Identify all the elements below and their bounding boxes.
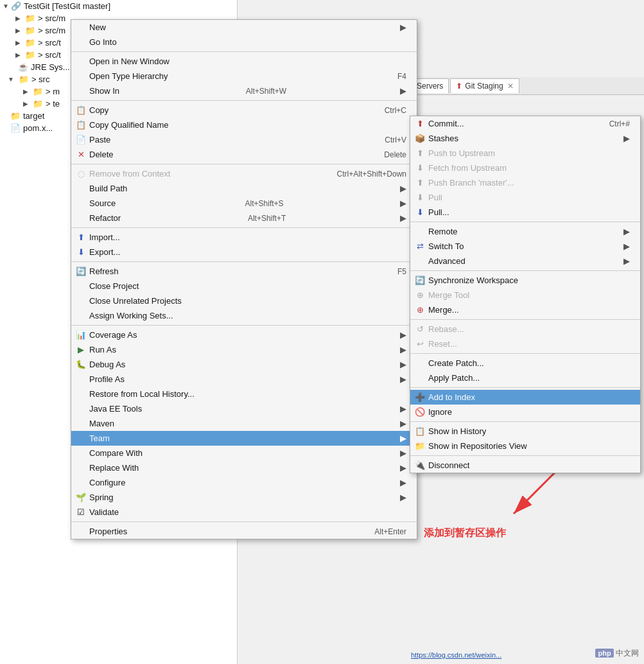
menu-item-configure[interactable]: Configure ▶: [71, 475, 417, 490]
sub-label-pull-nodialog: Pull: [428, 193, 442, 202]
folder-icon: 📁: [25, 13, 35, 23]
git-staging-label: Git Staging: [465, 82, 503, 91]
menu-item-copy[interactable]: 📋 Copy Ctrl+C: [71, 103, 417, 118]
git-staging-bar: Servers ⬆ Git Staging ✕: [411, 77, 644, 95]
cn-label: 中文网: [616, 649, 639, 658]
sub-label-push-upstream: Push to Upstream: [428, 148, 495, 158]
menu-item-new[interactable]: New ▶: [71, 20, 417, 35]
sub-menu-item-commit[interactable]: ⬆ Commit... Ctrl+#: [410, 116, 640, 131]
submenu-arrow: ▶: [387, 493, 406, 502]
menu-label-delete: Delete: [89, 150, 114, 159]
stashes-icon: 📦: [414, 133, 426, 144]
sub-menu-item-pull-nodialog[interactable]: ⬇ Pull: [410, 190, 640, 205]
menu-item-copy-qualified[interactable]: 📋 Copy Qualified Name: [71, 118, 417, 132]
menu-label-close-unrelated: Close Unrelated Projects: [89, 296, 182, 306]
menu-item-go-into[interactable]: Go Into: [71, 35, 417, 49]
sub-menu-item-show-history[interactable]: 📋 Show in History: [410, 424, 640, 439]
run-icon: ▶: [75, 344, 87, 356]
menu-item-refactor[interactable]: Refactor Alt+Shift+T ▶: [71, 211, 417, 225]
menu-item-java-ee-tools[interactable]: Java EE Tools ▶: [71, 401, 417, 416]
sub-menu-item-remote[interactable]: Remote ▶: [410, 224, 640, 239]
menu-item-open-type-hierarchy[interactable]: Open Type Hierarchy F4: [71, 69, 417, 83]
tree-root[interactable]: ▼ 🔗 TestGit [TestGit master]: [0, 0, 237, 12]
sub-menu-item-apply-patch[interactable]: Apply Patch...: [410, 371, 640, 385]
menu-item-properties[interactable]: Properties Alt+Enter: [71, 524, 417, 539]
menu-item-export[interactable]: ⬇ Export...: [71, 245, 417, 259]
menu-item-source[interactable]: Source Alt+Shift+S ▶: [71, 196, 417, 211]
arrow: ▶: [23, 100, 28, 107]
menu-item-paste[interactable]: 📄 Paste Ctrl+V: [71, 132, 417, 147]
menu-item-validate[interactable]: ☑ Validate: [71, 505, 417, 520]
sub-label-switch-to: Switch To: [428, 241, 464, 251]
sub-menu-item-switch-to[interactable]: ⇄ Switch To ▶: [410, 239, 640, 254]
menu-item-debug-as[interactable]: 🐛 Debug As ▶: [71, 357, 417, 372]
separator: [410, 387, 640, 388]
menu-label-remove-context: Remove from Context: [89, 169, 170, 179]
git-staging-tab[interactable]: ⬆ Git Staging ✕: [450, 78, 519, 93]
menu-label-copy-qualified: Copy Qualified Name: [89, 120, 169, 130]
menu-item-maven[interactable]: Maven ▶: [71, 416, 417, 431]
sub-menu-item-show-repos[interactable]: 📁 Show in Repositories View: [410, 439, 640, 453]
menu-label-restore-history: Restore from Local History...: [89, 389, 195, 399]
menu-item-compare-with[interactable]: Compare With ▶: [71, 446, 417, 460]
sub-menu-item-fetch-upstream[interactable]: ⬇ Fetch from Upstream: [410, 161, 640, 175]
menu-label-paste: Paste: [89, 135, 110, 144]
menu-item-run-as[interactable]: ▶ Run As ▶: [71, 342, 417, 357]
sub-menu-team: ⬆ Commit... Ctrl+# 📦 Stashes ▶ ⬆ Push to…: [410, 116, 641, 473]
sub-label-remote: Remote: [428, 227, 458, 236]
separator: [71, 261, 417, 262]
menu-item-import[interactable]: ⬆ Import...: [71, 230, 417, 245]
sub-menu-item-rebase[interactable]: ↺ Rebase...: [410, 322, 640, 336]
menu-item-build-path[interactable]: Build Path ▶: [71, 181, 417, 196]
sub-menu-item-disconnect[interactable]: 🔌 Disconnect: [410, 458, 640, 473]
menu-label-refactor: Refactor: [89, 213, 121, 223]
menu-item-profile-as[interactable]: Profile As ▶: [71, 372, 417, 387]
tree-root-label: TestGit [TestGit master]: [24, 1, 110, 11]
menu-item-open-new-window[interactable]: Open in New Window: [71, 54, 417, 69]
sub-menu-item-reset[interactable]: ↩ Reset...: [410, 336, 640, 351]
menu-label-profile-as: Profile As: [89, 374, 125, 384]
menu-item-replace-with[interactable]: Replace With ▶: [71, 460, 417, 475]
sub-menu-item-stashes[interactable]: 📦 Stashes ▶: [410, 131, 640, 146]
sub-label-merge-tool: Merge Tool: [428, 290, 469, 300]
menu-item-coverage-as[interactable]: 📊 Coverage As ▶: [71, 328, 417, 342]
sub-menu-item-push-upstream[interactable]: ⬆ Push to Upstream: [410, 146, 640, 161]
sub-label-merge: Merge...: [428, 305, 459, 315]
sub-menu-item-push-branch[interactable]: ⬆ Push Branch 'master'...: [410, 175, 640, 190]
menu-label-copy: Copy: [89, 105, 109, 115]
merge-tool-icon: ⊕: [414, 290, 426, 301]
php-badge: php: [595, 649, 613, 658]
pull-no-dialog-icon: ⬇: [414, 192, 426, 204]
menu-item-remove-context[interactable]: ◌ Remove from Context Ctrl+Alt+Shift+Dow…: [71, 166, 417, 181]
menu-item-assign-working[interactable]: Assign Working Sets...: [71, 308, 417, 323]
menu-item-close-project[interactable]: Close Project: [71, 279, 417, 293]
close-icon[interactable]: ✕: [507, 82, 514, 91]
menu-label-maven: Maven: [89, 419, 114, 428]
menu-item-refresh[interactable]: 🔄 Refresh F5: [71, 264, 417, 279]
sub-label-disconnect: Disconnect: [428, 460, 469, 470]
menu-item-spring[interactable]: 🌱 Spring ▶: [71, 490, 417, 505]
menu-item-team[interactable]: Team ▶: [71, 431, 417, 446]
folder-icon: 📁: [33, 87, 43, 96]
sub-label-create-patch: Create Patch...: [428, 358, 484, 368]
sub-menu-item-create-patch[interactable]: Create Patch...: [410, 356, 640, 371]
annotation-text: 添加到暂存区操作: [424, 527, 506, 538]
sub-menu-item-advanced[interactable]: Advanced ▶: [410, 254, 640, 268]
separator: [71, 164, 417, 164]
sub-menu-item-sync-workspace[interactable]: 🔄 Synchronize Workspace: [410, 273, 640, 288]
menu-item-delete[interactable]: ✕ Delete Delete: [71, 147, 417, 162]
svg-line-1: [514, 469, 559, 514]
menu-item-restore-history[interactable]: Restore from Local History...: [71, 387, 417, 401]
sub-menu-item-merge-tool[interactable]: ⊕ Merge Tool: [410, 288, 640, 302]
menu-label-run-as: Run As: [89, 345, 116, 354]
sub-menu-item-pull-dialog[interactable]: ⬇ Pull...: [410, 205, 640, 220]
sub-label-fetch-upstream: Fetch from Upstream: [428, 163, 507, 173]
separator: [410, 421, 640, 422]
sub-menu-item-merge[interactable]: ⊕ Merge...: [410, 302, 640, 317]
sub-menu-item-add-to-index[interactable]: ➕ Add to Index: [410, 390, 640, 405]
sub-menu-item-ignore[interactable]: 🚫 Ignore: [410, 405, 640, 419]
menu-item-close-unrelated[interactable]: Close Unrelated Projects: [71, 293, 417, 308]
menu-item-show-in[interactable]: Show In Alt+Shift+W ▶: [71, 83, 417, 98]
submenu-arrow: ▶: [387, 213, 406, 223]
shortcut-source: Alt+Shift+S: [220, 199, 284, 208]
